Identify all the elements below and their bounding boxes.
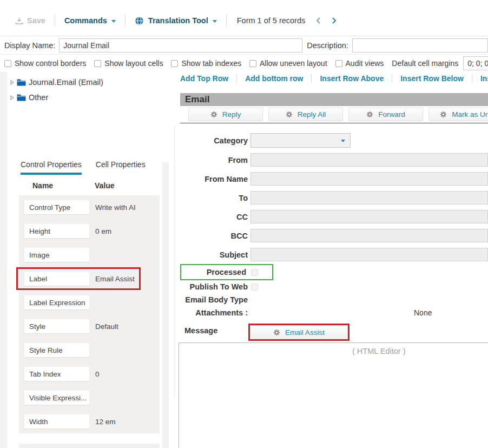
property-row[interactable]: Label Expression (19, 291, 160, 314)
property-name-cell[interactable]: Tab Index (24, 367, 89, 381)
message-label: Message (184, 326, 217, 335)
property-row[interactable]: Height 0 em (19, 219, 160, 243)
processed-checkbox[interactable] (251, 269, 258, 276)
mark-as-unread-button[interactable]: Mark as Unr (428, 108, 488, 121)
gear-icon (273, 329, 280, 336)
button-label: Forward (378, 110, 405, 118)
property-row[interactable]: Image (19, 243, 160, 267)
description-input[interactable] (352, 38, 488, 52)
cc-input[interactable] (250, 210, 488, 223)
from-input[interactable] (250, 153, 488, 167)
layout-options-bar: Show control borders Show layout cells S… (0, 55, 488, 72)
option-show-control-borders[interactable]: Show control borders (4, 59, 86, 68)
field-row-bcc: BCC (173, 229, 488, 242)
publish-to-web-label: Publish To Web (173, 282, 248, 291)
html-editor-area[interactable]: ( HTML Editor ) (179, 342, 488, 448)
property-name-cell[interactable]: Style (24, 319, 89, 333)
properties-table-next-row (19, 444, 160, 448)
property-value: 0 em (95, 227, 111, 235)
tab-control-properties[interactable]: Control Properties (21, 160, 82, 175)
name-column-header: Name (32, 181, 95, 190)
translation-tool-label: Translation Tool (148, 16, 208, 25)
from-name-input[interactable] (250, 172, 488, 186)
property-name-cell[interactable]: Image (24, 248, 89, 262)
property-row[interactable]: Width 12 em (19, 410, 160, 433)
option-show-tab-indexes[interactable]: Show tab indexes (171, 59, 241, 68)
form-tree: Journal.Email (Email) Other (10, 75, 103, 105)
email-actions-row: Reply Reply All Forward Mark as Unr (188, 108, 488, 121)
button-label: Reply All (298, 110, 326, 118)
property-row[interactable]: Control Type Write with AI (19, 195, 160, 219)
section-divider-line (180, 123, 488, 123)
option-show-layout-cells[interactable]: Show layout cells (94, 59, 163, 68)
email-section-bar[interactable]: Email (180, 93, 488, 106)
commands-menu[interactable]: Commands (64, 16, 116, 25)
property-row[interactable]: Style Rule (19, 338, 160, 362)
cell-margins-label: Default cell margins (392, 59, 458, 68)
add-bottom-row-link[interactable]: Add bottom row (237, 74, 312, 83)
chevron-down-icon (341, 140, 345, 142)
display-name-input[interactable] (59, 38, 302, 52)
expander-icon[interactable] (10, 95, 14, 100)
tree-item-other[interactable]: Other (10, 90, 103, 105)
property-row[interactable]: Visible Expressi... (19, 386, 160, 410)
property-name-cell[interactable]: Label Expression (24, 295, 89, 309)
property-value: Email Assist (95, 275, 135, 283)
properties-table: Name Value Control Type Write with AI He… (19, 176, 160, 433)
checkbox-icon[interactable] (94, 60, 101, 67)
button-label: Mark as Unr (452, 110, 488, 118)
email-assist-button[interactable]: Email Assist (250, 325, 348, 339)
next-record-button[interactable] (332, 17, 337, 24)
insert-link-clipped[interactable]: Inser (472, 74, 488, 83)
checkbox-icon[interactable] (335, 60, 342, 67)
property-name-cell[interactable]: Control Type (24, 200, 89, 214)
gear-icon (366, 111, 373, 118)
cell-margins-input[interactable] (463, 56, 488, 70)
checkbox-icon[interactable] (4, 60, 11, 67)
to-input[interactable] (250, 191, 488, 205)
tree-item-journal-email[interactable]: Journal.Email (Email) (10, 75, 103, 90)
reply-all-button[interactable]: Reply All (268, 108, 343, 121)
bcc-input[interactable] (250, 229, 488, 242)
checkbox-icon[interactable] (171, 60, 178, 67)
option-label: Audit views (346, 59, 384, 68)
bcc-label: BCC (173, 232, 248, 240)
record-nav-text: Form 1 of 5 records (237, 16, 306, 25)
globe-icon (135, 16, 144, 25)
toolbar-separator (55, 15, 55, 27)
name-description-bar: Display Name: Description: (0, 37, 488, 55)
tab-cell-properties[interactable]: Cell Properties (96, 160, 146, 175)
property-name-cell[interactable]: Height (24, 224, 89, 238)
previous-record-button[interactable] (316, 17, 321, 24)
reply-button[interactable]: Reply (188, 108, 263, 121)
property-row-label-highlighted[interactable]: Label Email Assist (19, 267, 160, 291)
option-allow-uneven-layout[interactable]: Allow uneven layout (249, 59, 327, 68)
option-audit-views[interactable]: Audit views (335, 59, 384, 68)
chevron-down-icon (111, 20, 116, 23)
insert-row-below-link[interactable]: Insert Row Below (392, 74, 472, 83)
property-value: Write with AI (95, 203, 136, 212)
property-row[interactable]: Style Default (19, 314, 160, 338)
translation-tool-menu[interactable]: Translation Tool (135, 16, 217, 25)
publish-to-web-checkbox[interactable] (251, 284, 258, 291)
field-row-to: To (173, 191, 488, 205)
forward-button[interactable]: Forward (348, 108, 423, 121)
checkbox-icon[interactable] (249, 60, 256, 67)
add-top-row-link[interactable]: Add Top Row (180, 74, 237, 83)
option-label: Allow uneven layout (260, 59, 327, 68)
property-name-cell[interactable]: Width (24, 414, 89, 429)
save-button[interactable]: Save (15, 16, 45, 25)
field-row-cc: CC (173, 210, 488, 223)
property-name-cell[interactable]: Label (24, 272, 89, 286)
folder-icon (17, 94, 26, 101)
subject-input[interactable] (250, 248, 488, 261)
insert-row-above-link[interactable]: Insert Row Above (312, 74, 392, 83)
field-row-category: Category (173, 133, 488, 148)
properties-table-header: Name Value (19, 176, 160, 195)
category-select[interactable] (250, 133, 351, 148)
property-name-cell[interactable]: Style Rule (24, 343, 89, 357)
email-assist-highlight-box: Email Assist (248, 324, 349, 341)
property-name-cell[interactable]: Visible Expressi... (24, 391, 89, 405)
property-row[interactable]: Tab Index 0 (19, 362, 160, 386)
expander-icon[interactable] (10, 80, 14, 85)
